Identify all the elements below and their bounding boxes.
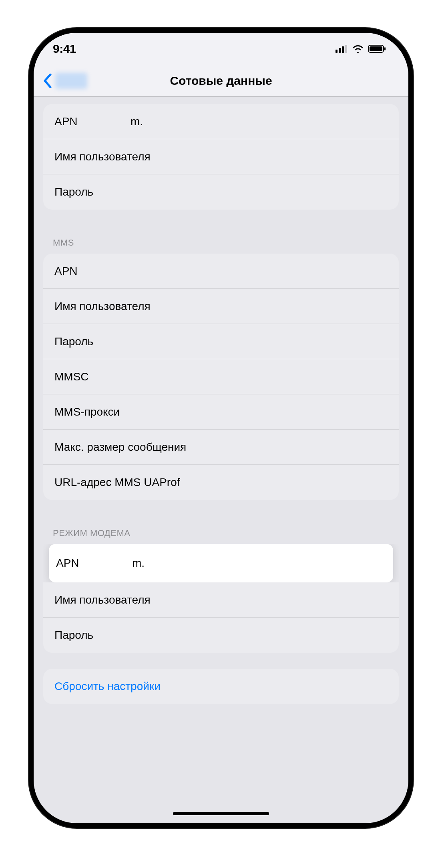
mms-mmsc-row[interactable]: MMSC — [43, 359, 399, 394]
svg-rect-6 — [384, 47, 386, 50]
hotspot-password-row[interactable]: Пароль — [43, 618, 399, 653]
field-label: Имя пользователя — [54, 594, 151, 606]
field-label: Пароль — [54, 335, 93, 348]
field-label: Пароль — [54, 629, 93, 642]
status-bar: 9:41 — [34, 33, 408, 65]
mms-proxy-row[interactable]: MMS-прокси — [43, 394, 399, 430]
mms-group: APN Имя пользователя Пароль MMSC MMS-про… — [43, 254, 399, 500]
cellular-signal-icon — [336, 45, 348, 53]
svg-rect-2 — [342, 46, 344, 53]
svg-rect-5 — [370, 46, 382, 51]
wifi-icon — [352, 45, 364, 53]
reset-settings-button[interactable]: Сбросить настройки — [43, 669, 399, 704]
navbar: Сотовые данные — [34, 65, 408, 97]
hotspot-apn-row[interactable]: APN m. — [49, 544, 393, 582]
back-label-blurred — [55, 73, 87, 89]
hotspot-username-row[interactable]: Имя пользователя — [43, 582, 399, 618]
svg-rect-1 — [339, 48, 341, 53]
field-label: MMSC — [54, 370, 89, 383]
field-value: m. — [131, 115, 143, 128]
phone-frame: 9:41 Со — [29, 28, 413, 828]
reset-label: Сбросить настройки — [54, 680, 161, 693]
field-value: m. — [132, 557, 145, 570]
mms-uaprof-row[interactable]: URL-адрес MMS UAProf — [43, 465, 399, 500]
field-label: APN — [54, 265, 78, 278]
field-label: Имя пользователя — [54, 150, 151, 163]
cellular-password-row[interactable]: Пароль — [43, 174, 399, 210]
field-label: APN — [54, 115, 131, 128]
status-time: 9:41 — [53, 42, 76, 56]
field-label: MMS-прокси — [54, 406, 120, 418]
home-indicator[interactable] — [173, 812, 269, 815]
status-icons — [336, 45, 386, 53]
cellular-apn-row[interactable]: APN m. — [43, 104, 399, 139]
page-title: Сотовые данные — [170, 74, 272, 88]
battery-icon — [368, 45, 386, 53]
reset-group: Сбросить настройки — [43, 669, 399, 704]
cellular-username-row[interactable]: Имя пользователя — [43, 139, 399, 174]
field-label: Имя пользователя — [54, 300, 151, 313]
cellular-data-group: APN m. Имя пользователя Пароль — [43, 104, 399, 210]
svg-rect-3 — [345, 45, 347, 53]
back-button[interactable] — [40, 71, 90, 90]
mms-username-row[interactable]: Имя пользователя — [43, 289, 399, 324]
field-label: Пароль — [54, 186, 93, 198]
content-scroll[interactable]: APN m. Имя пользователя Пароль MMS APN И… — [34, 97, 408, 807]
mms-password-row[interactable]: Пароль — [43, 324, 399, 359]
field-label: APN — [56, 557, 132, 570]
mms-section-header: MMS — [34, 226, 408, 254]
chevron-left-icon — [43, 74, 52, 88]
mms-apn-row[interactable]: APN — [43, 254, 399, 289]
svg-rect-0 — [336, 50, 338, 53]
field-label: Макс. размер сообщения — [54, 441, 186, 454]
field-label: URL-адрес MMS UAProf — [54, 476, 180, 489]
hotspot-group: APN m. Имя пользователя Пароль — [43, 544, 399, 653]
hotspot-section-header: РЕЖИМ МОДЕМА — [34, 516, 408, 544]
mms-max-size-row[interactable]: Макс. размер сообщения — [43, 430, 399, 465]
